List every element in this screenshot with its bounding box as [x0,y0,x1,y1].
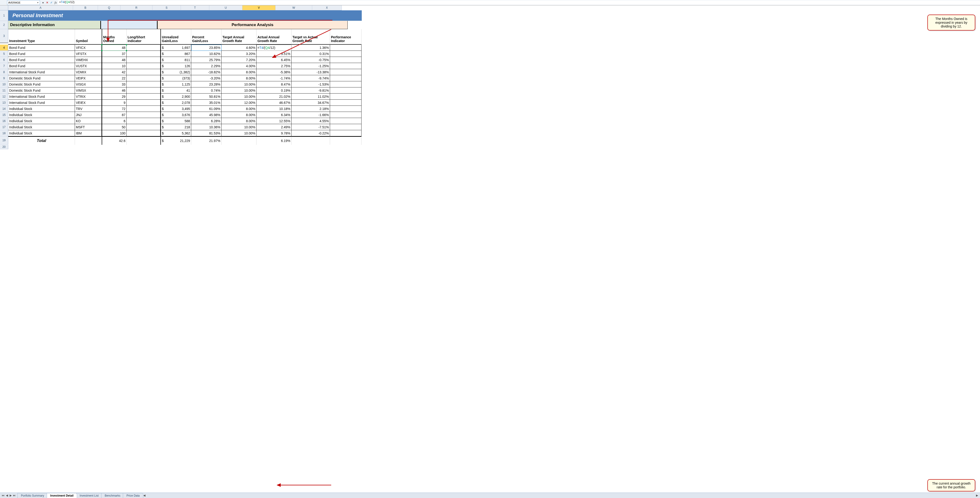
cell-18-T[interactable]: 81.53% [191,130,221,136]
cell-19-S[interactable]: $21,229 [161,136,191,145]
cell-5-W[interactable]: 0.31% [291,51,330,57]
cell-17-T[interactable]: 10.36% [191,124,221,130]
cell-19-U[interactable] [221,136,256,145]
cell-10-A[interactable]: Domestic Stock Fund [8,81,75,88]
performance-analysis-header[interactable]: Performance Analysis [157,21,348,29]
cell-8-R[interactable] [127,69,161,75]
cell-17-A[interactable]: Individual Stock [8,124,75,130]
cell-15-W[interactable]: -1.66% [291,112,330,118]
cell-19-V[interactable]: 6.19% [256,136,291,145]
cell-15-S[interactable]: $3,676 [161,112,191,118]
cell-11-S[interactable]: $41 [161,88,191,94]
cell-1-Q[interactable] [103,10,127,21]
cell-14-A[interactable]: Individual Stock [8,106,75,112]
cell-5-A[interactable]: Bond Fund [8,51,75,57]
cell-6-B[interactable]: VWEHX [75,57,102,63]
cell-4-S[interactable]: $1,697 [161,45,191,51]
cell-16-S[interactable]: $588 [161,118,191,124]
row-header-11[interactable]: 11 [0,88,8,94]
cell-6-V[interactable]: 6.45% [256,57,291,63]
cell-5-Q[interactable]: 37 [102,51,127,57]
cell-10-X[interactable] [330,81,361,88]
cell-6-Q[interactable]: 48 [102,57,127,63]
cell-4-B[interactable]: VFICX [75,45,102,51]
cell-12-U[interactable]: 10.00% [221,94,256,100]
cell-16-V[interactable]: 12.55% [256,118,291,124]
row-header-13[interactable]: 13 [0,100,8,106]
cell-14-Q[interactable]: 72 [102,106,127,112]
col-header-R[interactable]: R [121,5,153,10]
cell-8-V[interactable]: -5.38% [256,69,291,75]
cell-18-R[interactable] [127,130,161,136]
cell-18-S[interactable]: $5,362 [161,130,191,136]
cell-14-W[interactable]: 2.18% [291,106,330,112]
cell-7-S[interactable]: $126 [161,63,191,69]
cell-4-T[interactable]: 23.85% [191,45,221,51]
cell-17-U[interactable]: 10.00% [221,124,256,130]
col-label-W[interactable]: Target vs Actual Growth Rate [291,29,330,45]
enter-icon[interactable]: ✓ [49,0,54,5]
cell-15-B[interactable]: JNJ [75,112,102,118]
col-label-B[interactable]: Symbol [75,29,102,45]
row-header-20[interactable]: 20 [0,145,8,149]
col-header-V[interactable]: V [242,5,275,10]
cell-14-X[interactable] [330,106,361,112]
cell-18-W[interactable]: -0.22% [291,130,330,136]
cell-17-W[interactable]: -7.51% [291,124,330,130]
cell-14-T[interactable]: 61.09% [191,106,221,112]
cell-7-X[interactable] [330,63,361,69]
cell-6-A[interactable]: Bond Fund [8,57,75,63]
cell-11-W[interactable]: -9.81% [291,88,330,94]
cell-17-B[interactable]: MSFT [75,124,102,130]
cell-15-X[interactable] [330,112,361,118]
cell-5-T[interactable]: 10.82% [191,51,221,57]
cell-17-X[interactable] [330,124,361,130]
cell-12-B[interactable]: VTRIX [75,94,102,100]
cell-19-X[interactable] [330,136,361,145]
col-label-V[interactable]: Actual Annual Growth Rate [256,29,291,45]
cell-10-R[interactable] [127,81,161,88]
cell-8-W[interactable]: -13.38% [291,69,330,75]
cell-9-B[interactable]: VEIPX [75,75,102,81]
cell-17-Q[interactable]: 50 [102,124,127,130]
row-header-15[interactable]: 15 [0,112,8,118]
row-header-14[interactable]: 14 [0,106,8,112]
col-header-W[interactable]: W [275,5,312,10]
cell-19-R[interactable] [127,136,161,145]
row-header-19[interactable]: 19 [0,136,8,145]
cell-7-A[interactable]: Bond Fund [8,63,75,69]
cell-15-Q[interactable]: 87 [102,112,127,118]
cancel-icon[interactable]: ✕ [45,0,49,5]
row-header-10[interactable]: 10 [0,81,8,88]
col-label-R[interactable]: Long/Short Indicator [127,29,161,45]
col-header-A[interactable]: A [8,5,73,10]
row-header-8[interactable]: 8 [0,69,8,75]
cell-7-V[interactable]: 2.75% [256,63,291,69]
cell-14-V[interactable]: 10.18% [256,106,291,112]
cell-19-W[interactable] [291,136,330,145]
cell-19-T[interactable]: 21.97% [191,136,221,145]
cell-16-W[interactable]: 4.55% [291,118,330,124]
cell-16-U[interactable]: 8.00% [221,118,256,124]
row-header-6[interactable]: 6 [0,57,8,63]
cell-15-A[interactable]: Individual Stock [8,112,75,118]
cell-6-T[interactable]: 25.79% [191,57,221,63]
cell-13-Q[interactable]: 9 [102,100,127,106]
cell-6-X[interactable] [330,57,361,63]
cell-14-R[interactable] [127,106,161,112]
cell-12-S[interactable]: $2,900 [161,94,191,100]
cell-4-R[interactable] [127,45,161,51]
cell-17-V[interactable]: 2.49% [256,124,291,130]
cell-9-S[interactable]: $(373) [161,75,191,81]
cell-12-X[interactable] [330,94,361,100]
cell-8-T[interactable]: -18.82% [191,69,221,75]
col-header-B[interactable]: B [73,5,98,10]
cell-7-W[interactable]: -1.25% [291,63,330,69]
name-box[interactable]: AVERAGE ▼ [7,0,40,5]
total-label[interactable]: Total [8,136,75,145]
cell-13-V[interactable]: 46.67% [256,100,291,106]
cell-13-U[interactable]: 12.00% [221,100,256,106]
cell-13-X[interactable] [330,100,361,106]
col-label-T[interactable]: Percent Gain/Loss [191,29,221,45]
row-header-12[interactable]: 12 [0,94,8,100]
